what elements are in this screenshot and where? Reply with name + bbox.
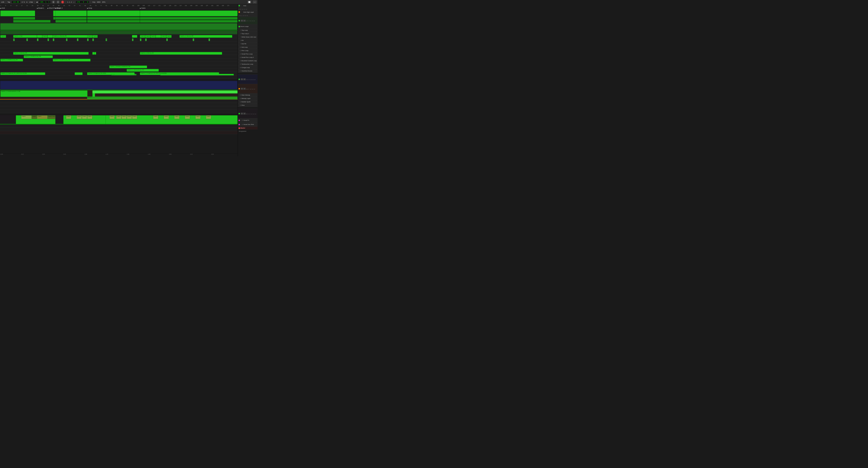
midi-c3[interactable] [37, 38, 38, 41]
rt-ss-s[interactable]: S [241, 88, 243, 90]
bpm-display[interactable]: 122.00 [12, 1, 20, 3]
voc-midi-10[interactable]: Organic [121, 115, 127, 119]
voc-midi-16[interactable]: Organic [185, 115, 190, 119]
voc-midi-7[interactable]: Organic [87, 115, 92, 119]
hat-loop-4[interactable]: Organica_3_HatLoop_015 [140, 52, 222, 55]
clip-kick-high-5[interactable] [140, 17, 238, 20]
clip-kick-high-1[interactable] [13, 17, 35, 20]
clip-kick-1[interactable] [0, 10, 35, 16]
bc-1[interactable]: Organics_3_Brushed_CowbellLoop_006 [110, 66, 147, 68]
tl-16[interactable]: Organics_3_TopLoop_006 [180, 35, 232, 38]
voc-midi-2[interactable]: Organic [32, 115, 37, 119]
tambo-1[interactable]: Organics_3_TambourinLoop_010 [127, 69, 159, 72]
tl-15[interactable]: Organics_3_Top [166, 35, 172, 38]
clip-kick-high-3b[interactable] [55, 20, 87, 23]
clip-kick-5[interactable] [140, 10, 238, 16]
midi-c12[interactable] [145, 38, 147, 41]
voc-midi-15[interactable]: Organic [174, 115, 180, 119]
tl-7[interactable]: Organics_3_Topl [87, 35, 92, 38]
midi-c14[interactable] [193, 38, 194, 41]
midi-c15[interactable] [209, 38, 210, 41]
midi-c13[interactable] [166, 38, 168, 41]
rt-am-s[interactable]: S [241, 78, 243, 80]
perc-1[interactable]: Organica_3_SmallPercLoop_026 [24, 56, 53, 58]
rt-am-m[interactable]: ⊙ [243, 78, 246, 80]
clip-kick-4[interactable] [87, 10, 140, 16]
play-btn[interactable]: ▶ [52, 1, 55, 4]
voc-midi-4[interactable]: Organic [66, 115, 71, 119]
clip-kick-high-5b[interactable] [140, 20, 238, 23]
marker-break2[interactable]: Break 2 [55, 7, 63, 9]
midi-c8[interactable] [92, 38, 94, 41]
marker-kick[interactable]: Kick [0, 7, 5, 9]
clip-kick-3[interactable] [55, 10, 87, 16]
voc-midi-deact[interactable]: Organic Deactiv [48, 115, 55, 119]
clip-kick-high-3[interactable] [55, 17, 87, 20]
maximize-btn[interactable]: ⬜ [247, 1, 251, 3]
sp-2[interactable]: Organica_3_SmallPercLoop_040 [53, 59, 91, 61]
song-3[interactable] [92, 91, 238, 94]
hat-loop-1[interactable]: Organica_3_HatLoop_015 [13, 52, 89, 55]
tracks-scroll[interactable]: Organics_3_TopLoop_006 Organics_3_TopL O… [0, 10, 238, 153]
voc-midi-14[interactable]: Organic [164, 115, 169, 119]
position-display[interactable]: 185. 1. 1 [39, 1, 51, 3]
conga-1[interactable]: Organics_3_CongaLoop_011_(2023-03-16 19)… [0, 72, 45, 75]
voc-midi-1[interactable]: Organic [21, 115, 32, 119]
hat-loop-2[interactable] [92, 52, 94, 55]
song-1[interactable]: Organics_3_TonalSongstarters_0_008 [0, 91, 88, 97]
marker-break1[interactable]: Break 1 [37, 7, 44, 9]
voc-midi-18[interactable]: Organic [206, 115, 211, 119]
voc-midi-5[interactable]: Organic [76, 115, 82, 119]
rt-ss-m[interactable]: ⊙ [243, 88, 246, 90]
tl-11[interactable]: Organics_3_Topl [145, 35, 150, 38]
clip-kick-high-4b[interactable] [87, 20, 140, 23]
conga-2[interactable] [75, 72, 83, 75]
tl-1[interactable]: Organics_3_TopLoop_006 [0, 35, 6, 38]
minimize-btn[interactable]: — [253, 1, 256, 3]
midi-c9b[interactable] [105, 40, 107, 41]
marker-drop[interactable]: Drop [87, 7, 92, 9]
tl-3[interactable] [37, 35, 42, 38]
midi-c7[interactable] [87, 38, 89, 41]
tl-12[interactable]: Organics_3_Topl [150, 35, 156, 38]
midi-c4b[interactable] [53, 38, 54, 41]
tl-14[interactable]: Organics_3_Topl [161, 35, 166, 38]
tl-5[interactable] [48, 35, 53, 38]
clip-drum-loops[interactable] [0, 31, 237, 34]
midi-c2[interactable]: C [26, 38, 28, 41]
rt-vs-s[interactable]: S [241, 113, 243, 114]
record-btn[interactable]: ● [61, 1, 64, 4]
voc-midi-13[interactable]: Organic [153, 115, 158, 119]
hat-loop-3[interactable] [94, 52, 96, 55]
marker-outro[interactable]: Outro [140, 7, 146, 9]
sp-1[interactable]: Organica_3_SmallPercLoop_015 [0, 59, 23, 61]
tl-4[interactable]: Organics_3_Topl [42, 35, 48, 38]
midi-c5[interactable]: C [66, 38, 67, 41]
tap-btn[interactable]: Tap [7, 1, 10, 3]
link-btn[interactable]: Link [1, 1, 4, 3]
voc-midi-9[interactable]: Organic [116, 115, 121, 119]
voc-midi-12[interactable]: Organic [132, 115, 137, 119]
clip-kick-high-4[interactable] [87, 17, 140, 20]
song-lower[interactable]: Drivi 27... [87, 97, 238, 99]
timeline-ruler[interactable]: 1 5 9 13 17 21 25 29 33 37 41 45 49 53 5… [0, 4, 238, 7]
tl-8[interactable]: Organics_3_Top [92, 35, 98, 38]
midi-c11[interactable] [140, 38, 142, 41]
stop-btn[interactable]: ■ [57, 1, 60, 4]
tl-2[interactable]: Organics_3_TopL [13, 35, 37, 38]
voc-midi-6[interactable]: Organic [82, 115, 87, 119]
tl-10[interactable]: Organics_3_Topl [140, 35, 145, 38]
clip-drums-group[interactable] [0, 23, 237, 30]
midi-c4[interactable]: C [48, 38, 49, 41]
tempo-display[interactable]: 176 . 0 . 0 [76, 1, 89, 3]
voc-midi-11[interactable]: Organic [127, 115, 132, 119]
midi-c6[interactable] [77, 38, 79, 41]
tl-13[interactable] [156, 35, 161, 38]
quantize[interactable]: 1 Bar [29, 1, 33, 3]
conga-4[interactable] [111, 74, 114, 75]
tl-9[interactable] [132, 35, 137, 38]
clip-kick-high-1b[interactable] [13, 20, 51, 23]
voc-midi-8[interactable]: Organic [110, 115, 115, 119]
voc-midi-17[interactable]: Organic [195, 115, 200, 119]
voc-midi-3[interactable]: Organic [37, 115, 48, 119]
